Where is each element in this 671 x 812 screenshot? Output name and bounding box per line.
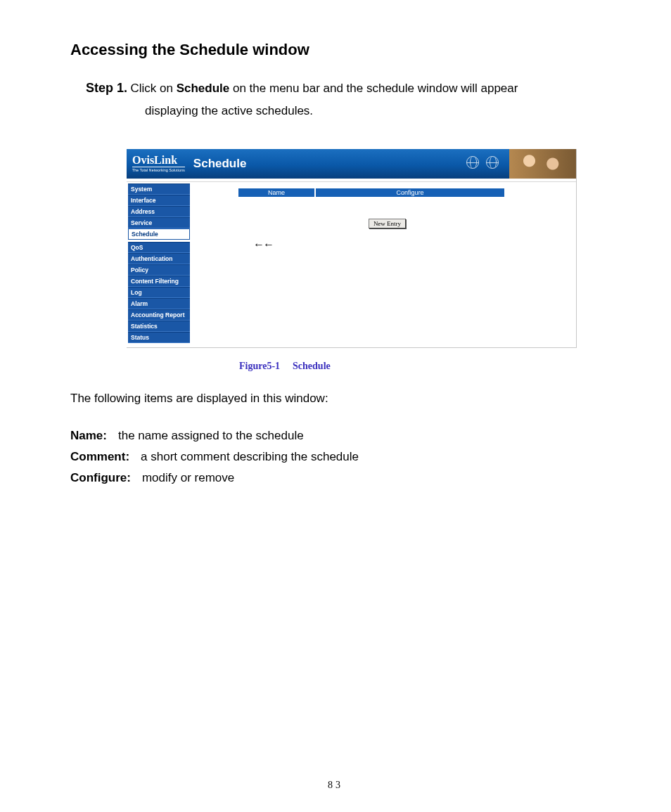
- page-number: 83: [0, 780, 671, 791]
- logo-text: OvisLink: [132, 155, 185, 167]
- globe-icon: [466, 156, 479, 169]
- field-line-name: Name:the name assigned to the schedule: [70, 425, 601, 446]
- figure: OvisLink The Total Networking Solutions …: [127, 149, 601, 372]
- main-pane: Name Configure New Entry: [191, 182, 576, 347]
- field-value: the name assigned to the schedule: [118, 429, 304, 442]
- step-prefix: Click on: [130, 82, 176, 95]
- app-header: OvisLink The Total Networking Solutions …: [127, 149, 576, 179]
- figure-caption: Figure5-1Schedule: [239, 361, 601, 372]
- logo-subtext: The Total Networking Solutions: [132, 168, 185, 172]
- app-body: System Interface Address Service Schedul…: [127, 182, 576, 347]
- field-key: Configure:: [70, 471, 131, 484]
- pointer-arrow-icon: ←←: [253, 238, 273, 251]
- sidebar-item-alarm[interactable]: Alarm: [128, 298, 190, 309]
- table-header-row: Name Configure: [238, 188, 505, 198]
- caption-number: Figure5-1: [239, 361, 280, 371]
- description-intro: The following items are displayed in thi…: [70, 392, 601, 406]
- field-value: a short comment describing the schedule: [141, 450, 359, 463]
- globe-icon: [486, 156, 499, 169]
- table-header-configure: Configure: [315, 188, 505, 198]
- sidebar-item-service[interactable]: Service: [128, 217, 190, 228]
- field-key: Comment:: [70, 450, 129, 463]
- sidebar-item-interface[interactable]: Interface: [128, 195, 190, 206]
- sidebar-item-authentication[interactable]: Authentication: [128, 253, 190, 264]
- sidebar-item-accounting-report[interactable]: Accounting Report: [128, 309, 190, 321]
- field-value: modify or remove: [142, 471, 234, 484]
- logo: OvisLink The Total Networking Solutions: [132, 155, 185, 172]
- sidebar-item-qos[interactable]: QoS: [128, 242, 190, 253]
- sidebar-item-system[interactable]: System: [128, 183, 190, 195]
- step-bold-schedule: Schedule: [177, 82, 230, 95]
- field-line-comment: Comment:a short comment describing the s…: [70, 446, 601, 468]
- page-title: Accessing the Schedule window: [70, 41, 601, 59]
- globe-icons: [466, 156, 499, 169]
- sidebar-item-address[interactable]: Address: [128, 206, 190, 217]
- new-entry-button[interactable]: New Entry: [369, 219, 406, 228]
- step-text-line1: Click on Schedule on the menu bar and th…: [130, 82, 518, 95]
- sidebar-item-status[interactable]: Status: [128, 332, 190, 343]
- header-photo: [509, 149, 576, 179]
- field-key: Name:: [70, 429, 107, 442]
- step-label: Step 1.: [86, 81, 127, 95]
- table-header-name: Name: [238, 188, 315, 198]
- step-block: Step 1. Click on Schedule on the menu ba…: [86, 79, 601, 121]
- button-row: New Entry: [205, 219, 569, 228]
- sidebar: System Interface Address Service Schedul…: [127, 182, 191, 347]
- step-suffix: on the menu bar and the schedule window …: [229, 82, 518, 95]
- sidebar-item-content-filtering[interactable]: Content Filtering: [128, 276, 190, 287]
- step-text-line2: displaying the active schedules.: [145, 101, 601, 121]
- caption-title: Schedule: [293, 361, 331, 371]
- sidebar-item-schedule[interactable]: Schedule: [128, 228, 190, 240]
- sidebar-item-log[interactable]: Log: [128, 287, 190, 298]
- app-window: OvisLink The Total Networking Solutions …: [127, 149, 577, 348]
- sidebar-item-statistics[interactable]: Statistics: [128, 321, 190, 332]
- field-line-configure: Configure:modify or remove: [70, 468, 601, 489]
- header-title: Schedule: [193, 157, 247, 171]
- sidebar-item-policy[interactable]: Policy: [128, 264, 190, 276]
